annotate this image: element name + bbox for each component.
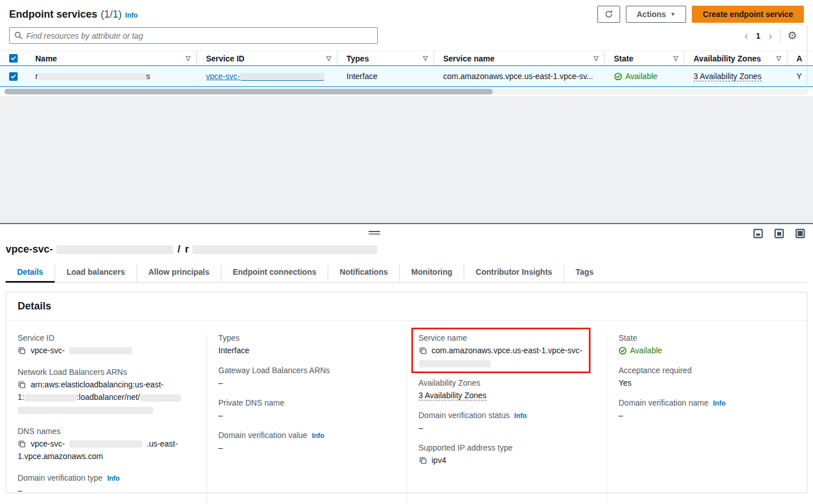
tab-allow-principals[interactable]: Allow principals bbox=[137, 265, 221, 282]
redacted-arn-tail bbox=[18, 407, 153, 414]
tab-endpoint-connections[interactable]: Endpoint connections bbox=[221, 265, 328, 282]
field-service-id: Service ID vpce-svc- bbox=[18, 333, 195, 357]
tab-monitoring[interactable]: Monitoring bbox=[399, 265, 464, 282]
prev-page-button[interactable]: ‹ bbox=[744, 30, 749, 41]
check-circle-icon bbox=[618, 346, 627, 355]
panel-position-half-icon[interactable] bbox=[774, 229, 784, 238]
info-link[interactable]: Info bbox=[107, 474, 119, 482]
sort-icon[interactable]: ▽ bbox=[423, 55, 428, 62]
header-actions: Actions ▼ Create endpoint service bbox=[597, 6, 804, 23]
current-page[interactable]: 1 bbox=[756, 31, 761, 40]
pagination: ‹ 1 › ⚙ bbox=[744, 30, 804, 42]
availability-zones-popover[interactable]: 3 Availability Zones bbox=[419, 391, 487, 400]
copy-icon[interactable] bbox=[18, 346, 26, 355]
column-header-service-name[interactable]: Service name ▽ bbox=[434, 51, 605, 65]
details-column-4: State Available Acceptance required Yes bbox=[606, 333, 807, 504]
preferences-gear-icon[interactable]: ⚙ bbox=[787, 30, 797, 41]
column-header-truncated[interactable]: A bbox=[787, 51, 813, 65]
redacted-name bbox=[38, 73, 146, 80]
redacted-service-id bbox=[240, 73, 324, 81]
redacted-lb-name bbox=[140, 394, 181, 402]
column-header-types[interactable]: Types ▽ bbox=[337, 51, 434, 65]
create-endpoint-service-button[interactable]: Create endpoint service bbox=[692, 6, 804, 23]
panel-position-bottom-icon[interactable] bbox=[753, 229, 763, 238]
split-panel-drag-handle[interactable] bbox=[369, 231, 380, 235]
info-link[interactable]: Info bbox=[713, 399, 725, 407]
refresh-icon bbox=[604, 10, 613, 19]
cell-state: Available bbox=[605, 66, 684, 86]
field-supported-ip-address-type: Supported IP address type ipv4 bbox=[419, 443, 596, 466]
panel-title: vpce-svc- / r bbox=[6, 243, 804, 255]
cell-types: Interface bbox=[337, 66, 434, 86]
row-select-cell bbox=[0, 66, 26, 86]
copy-icon[interactable] bbox=[419, 346, 427, 355]
check-icon bbox=[10, 55, 16, 61]
redacted-account-id bbox=[24, 394, 77, 402]
sort-icon[interactable]: ▽ bbox=[594, 55, 599, 62]
state-badge: Available bbox=[614, 72, 658, 81]
tab-contributor-insights[interactable]: Contributor Insights bbox=[464, 265, 564, 282]
search-row: ‹ 1 › ⚙ bbox=[0, 23, 813, 44]
sort-icon[interactable]: ▽ bbox=[327, 55, 331, 62]
tab-tags[interactable]: Tags bbox=[564, 265, 605, 282]
actions-button[interactable]: Actions ▼ bbox=[626, 6, 686, 23]
section-right-border bbox=[807, 25, 807, 92]
redacted-dns-id bbox=[69, 440, 142, 448]
field-service-name: Service name com.amazonaws.vpce.us-east-… bbox=[419, 333, 596, 369]
search-icon bbox=[14, 31, 23, 40]
field-private-dns-name: Private DNS name – bbox=[218, 398, 395, 422]
tab-notifications[interactable]: Notifications bbox=[328, 265, 399, 282]
sort-icon[interactable]: ▽ bbox=[777, 55, 781, 62]
details-column-2: Types Interface Gateway Load Balancers A… bbox=[207, 333, 407, 504]
refresh-button[interactable] bbox=[597, 6, 620, 23]
panel-position-full-icon[interactable] bbox=[795, 229, 805, 238]
column-header-availability-zones[interactable]: Availability Zones ▽ bbox=[684, 51, 787, 65]
actions-button-label: Actions bbox=[637, 10, 666, 19]
field-domain-verification-type: Domain verification type Info – bbox=[18, 473, 195, 497]
search-input[interactable] bbox=[26, 31, 373, 40]
field-domain-verification-name: Domain verification name Info – bbox=[618, 398, 795, 422]
availability-zones-popover[interactable]: 3 Availability Zones bbox=[694, 72, 762, 81]
details-column-1: Service ID vpce-svc- Network Load Balanc… bbox=[6, 333, 207, 504]
cell-name: rs bbox=[26, 66, 197, 86]
redacted-value bbox=[69, 347, 132, 354]
redacted-service-name-tail bbox=[419, 360, 490, 367]
info-link[interactable]: Info bbox=[514, 412, 527, 420]
service-id-link[interactable]: vpce-svc- bbox=[206, 72, 324, 81]
column-header-state[interactable]: State ▽ bbox=[605, 51, 684, 65]
state-badge: Available bbox=[618, 344, 662, 357]
select-all-checkbox[interactable] bbox=[9, 54, 18, 63]
page-title: Endpoint services (1/1) Info bbox=[9, 9, 138, 20]
scrollbar-thumb[interactable] bbox=[5, 89, 493, 94]
horizontal-scrollbar[interactable] bbox=[5, 89, 808, 94]
check-icon bbox=[10, 73, 16, 80]
split-panel: vpce-svc- / r Details Load balancers All… bbox=[0, 223, 813, 504]
cell-service-id: vpce-svc- bbox=[197, 66, 337, 86]
panel-layout-controls bbox=[753, 229, 805, 238]
table-row[interactable]: rs vpce-svc- Interface com.amazonaws.vpc… bbox=[0, 66, 813, 87]
redacted-title-name bbox=[192, 245, 377, 254]
info-link[interactable]: Info bbox=[312, 432, 324, 440]
pagination-divider bbox=[780, 30, 781, 42]
next-page-button[interactable]: › bbox=[767, 30, 773, 41]
table-section: Endpoint services (1/1) Info Actions ▼ C… bbox=[0, 0, 813, 223]
tab-details[interactable]: Details bbox=[6, 265, 55, 282]
empty-table-area bbox=[0, 96, 813, 223]
column-header-service-id[interactable]: Service ID ▽ bbox=[197, 51, 337, 65]
details-card: Details Service ID vpce-svc- Network Loa… bbox=[6, 292, 807, 493]
select-all-cell bbox=[0, 51, 26, 65]
info-link[interactable]: Info bbox=[125, 11, 138, 19]
tab-load-balancers[interactable]: Load balancers bbox=[55, 265, 137, 282]
field-gwlb-arns: Gateway Load Balancers ARNs – bbox=[218, 366, 395, 389]
search-box[interactable] bbox=[9, 27, 378, 44]
sort-icon[interactable]: ▽ bbox=[186, 55, 191, 62]
copy-icon[interactable] bbox=[419, 456, 427, 465]
resource-count: (1/1) bbox=[101, 9, 122, 20]
copy-icon[interactable] bbox=[18, 440, 26, 448]
cell-service-name: com.amazonaws.vpce.us-east-1.vpce-sv... bbox=[434, 66, 605, 86]
sort-icon[interactable]: ▽ bbox=[674, 55, 678, 62]
check-circle-icon bbox=[614, 72, 622, 81]
copy-icon[interactable] bbox=[18, 381, 26, 389]
row-checkbox[interactable] bbox=[9, 72, 18, 81]
column-header-name[interactable]: Name ▽ bbox=[26, 51, 197, 65]
